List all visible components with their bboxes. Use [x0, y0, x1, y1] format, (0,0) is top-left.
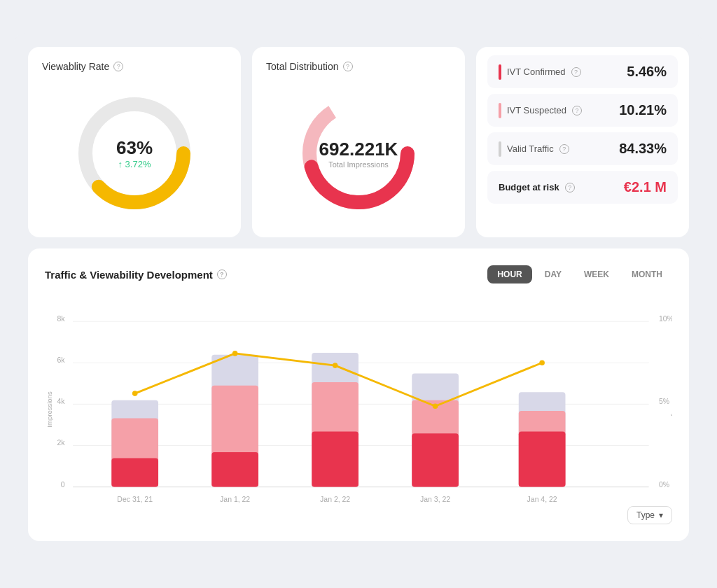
- svg-text:2k: 2k: [57, 439, 66, 447]
- chart-area: 8k 6k 4k 2k 0 10% 5% 0% Impressions View…: [45, 298, 672, 524]
- line-point-2: [232, 351, 238, 356]
- budget-info-icon[interactable]: ?: [565, 183, 575, 192]
- chart-header: Traffic & Viewability Development ? HOUR…: [45, 265, 672, 284]
- line-point-4: [433, 403, 438, 409]
- bar3-confirmed: [312, 431, 358, 486]
- chart-card: Traffic & Viewability Development ? HOUR…: [28, 248, 689, 541]
- line-point-1: [132, 391, 138, 396]
- viewability-title: Viewablity Rate ?: [42, 61, 227, 72]
- viewability-card: Viewablity Rate ? 63% ↑ 3.72%: [28, 47, 241, 237]
- valid-traffic-indicator: [499, 141, 501, 157]
- svg-text:Impressions: Impressions: [46, 391, 53, 428]
- ivt-confirmed-info-icon[interactable]: ?: [571, 67, 581, 77]
- stat-row-budget: Budget at risk ? €2.1 M: [487, 171, 678, 204]
- valid-traffic-info-icon[interactable]: ?: [559, 144, 569, 154]
- ivt-suspected-indicator: [499, 103, 501, 118]
- svg-text:6k: 6k: [57, 356, 66, 364]
- dashboard: Viewablity Rate ? 63% ↑ 3.72% Total Dist: [14, 33, 703, 555]
- stat-label-budget: Budget at risk ?: [499, 182, 575, 192]
- bar1-confirmed: [111, 458, 158, 487]
- ivt-suspected-value: 10.21%: [619, 102, 667, 118]
- bar4-confirmed: [412, 433, 459, 486]
- stat-row-valid-traffic: Valid Traffic ? 84.33%: [487, 132, 678, 165]
- valid-traffic-value: 84.33%: [619, 141, 667, 157]
- ivt-confirmed-indicator: [499, 64, 501, 80]
- chevron-down-icon: ▾: [659, 510, 663, 520]
- time-tabs: HOUR DAY WEEK MONTH: [487, 265, 672, 284]
- ivt-suspected-info-icon[interactable]: ?: [572, 106, 582, 115]
- main-chart-svg: 8k 6k 4k 2k 0 10% 5% 0% Impressions View…: [45, 298, 672, 522]
- tab-day[interactable]: DAY: [535, 265, 571, 284]
- distribution-title: Total Distribution ?: [266, 61, 451, 72]
- chart-title: Traffic & Viewability Development ?: [45, 269, 227, 281]
- distribution-center: 692.221K Total Impressions: [319, 139, 398, 169]
- svg-text:8k: 8k: [57, 315, 66, 323]
- stat-label-ivt-suspected: IVT Suspected ?: [499, 103, 582, 118]
- tab-week[interactable]: WEEK: [574, 265, 619, 284]
- svg-text:Viewability Rate: Viewability Rate: [671, 386, 672, 433]
- stat-label-valid-traffic: Valid Traffic ?: [499, 141, 569, 157]
- svg-text:0: 0: [61, 481, 65, 489]
- viewability-center: 63% ↑ 3.72%: [116, 137, 153, 169]
- ivt-confirmed-value: 5.46%: [627, 64, 667, 80]
- budget-value: €2.1 M: [624, 179, 667, 195]
- viewability-info-icon[interactable]: ?: [113, 62, 123, 71]
- tab-month[interactable]: MONTH: [622, 265, 672, 284]
- tab-hour[interactable]: HOUR: [487, 265, 531, 284]
- bar2-confirmed: [211, 452, 258, 487]
- distribution-info-icon[interactable]: ?: [343, 62, 353, 71]
- line-point-5: [539, 360, 545, 365]
- x-label-1: Dec 31, 21: [117, 496, 153, 503]
- stat-label-ivt-confirmed: IVT Confirmed ?: [499, 64, 581, 80]
- stats-card: IVT Confirmed ? 5.46% IVT Suspected ? 10…: [476, 47, 689, 237]
- svg-text:0%: 0%: [659, 481, 669, 489]
- viewability-donut: 63% ↑ 3.72%: [42, 83, 227, 223]
- stat-row-ivt-suspected: IVT Suspected ? 10.21%: [487, 94, 678, 127]
- svg-text:4k: 4k: [57, 398, 66, 405]
- svg-text:10%: 10%: [659, 315, 672, 323]
- x-label-4: Jan 3, 22: [420, 496, 450, 503]
- distribution-card: Total Distribution ? 692.221K Total Impr…: [252, 47, 465, 237]
- chart-info-icon[interactable]: ?: [217, 270, 227, 279]
- x-label-3: Jan 2, 22: [320, 496, 350, 503]
- chart-type-button[interactable]: Type ▾: [627, 506, 672, 524]
- x-label-2: Jan 1, 22: [220, 496, 250, 503]
- line-point-3: [333, 363, 338, 368]
- x-label-5: Jan 4, 22: [527, 496, 557, 503]
- stat-row-ivt-confirmed: IVT Confirmed ? 5.46%: [487, 55, 678, 88]
- svg-text:5%: 5%: [659, 398, 669, 405]
- distribution-donut: 692.221K Total Impressions: [266, 83, 451, 223]
- bar5-confirmed: [519, 431, 566, 486]
- top-row: Viewablity Rate ? 63% ↑ 3.72% Total Dist: [28, 47, 689, 237]
